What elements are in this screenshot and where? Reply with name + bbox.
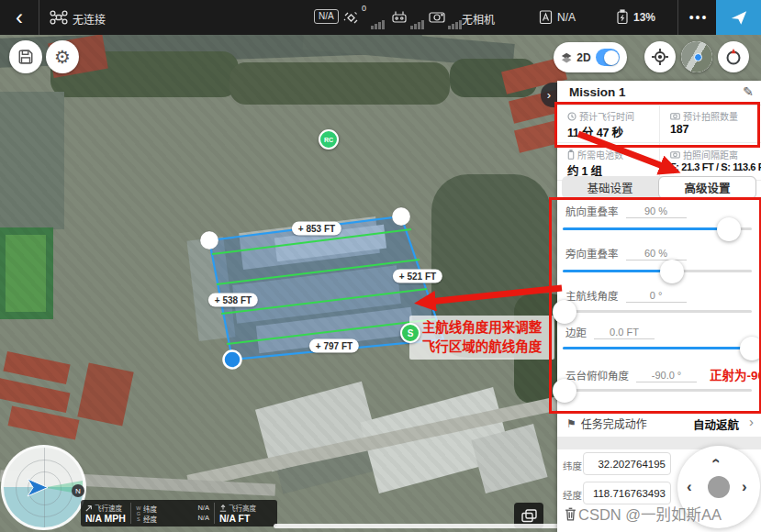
- camera-signal-bars: [448, 20, 462, 29]
- edge-distance-label-left: + 538 FT: [208, 294, 258, 307]
- route-angle-value[interactable]: 0 °: [626, 290, 687, 303]
- satellite-count: 0: [362, 4, 366, 13]
- chevron-right-icon: ›: [547, 88, 551, 102]
- takeoff-button[interactable]: [716, 0, 761, 35]
- gimbal-annotation-note: 正射为-90°: [710, 365, 761, 383]
- slider-handle[interactable]: [553, 300, 576, 324]
- side-overlap-value[interactable]: 60 %: [626, 248, 687, 260]
- satellite-icon: [343, 10, 359, 25]
- toggle-knob: [604, 50, 619, 65]
- course-overlap-slider[interactable]: [563, 227, 752, 230]
- longitude-input[interactable]: 118.716763493: [583, 482, 671, 504]
- satellite-signal-bars: [371, 20, 385, 29]
- edit-mission-icon[interactable]: ✎: [743, 84, 754, 99]
- nudge-left-button[interactable]: ‹: [687, 479, 692, 494]
- slider-row-route-angle: 主航线角度0 °: [557, 288, 761, 303]
- remote-controller-icon: [391, 10, 408, 23]
- margin-slider[interactable]: [563, 347, 752, 349]
- course-overlap-value[interactable]: 90 %: [626, 205, 687, 218]
- gps-readout: WGS 纬度N/A 经度N/A: [131, 500, 214, 526]
- tab-basic-settings[interactable]: 基础设置: [562, 176, 658, 199]
- finish-action-row[interactable]: ⚑任务完成动作 自动返航 ›: [557, 413, 761, 435]
- slider-handle[interactable]: [740, 337, 761, 360]
- edge-distance-label-top: + 853 FT: [292, 222, 341, 236]
- save-icon: [17, 49, 34, 65]
- 2d-toggle[interactable]: [596, 49, 620, 66]
- flight-mode-value: N/A: [557, 11, 576, 24]
- slider-row-side-overlap: 旁向重叠率60 %: [557, 246, 761, 260]
- connection-status: 无连接: [73, 11, 106, 27]
- edge-distance-label-bottom: + 797 FT: [309, 339, 359, 353]
- camera-status: 无相机: [462, 11, 495, 27]
- slider-handle[interactable]: [717, 217, 741, 241]
- panel-header: Mission 1 ✎: [557, 81, 761, 105]
- status-bar: ‹ 无连接 N/A 0 无相机 N/A 13%: [0, 0, 761, 35]
- speed-icon: [85, 504, 93, 512]
- polygon-corner-handle[interactable]: [392, 207, 410, 226]
- dji-mission-app: + 853 FT + 521 FT + 538 FT + 797 FT RC S…: [0, 0, 761, 532]
- side-overlap-slider[interactable]: [563, 270, 752, 272]
- map-mode-control[interactable]: 2D: [554, 42, 627, 72]
- speed-readout: 飞行速度 N/A MPH: [81, 500, 130, 526]
- settings-button[interactable]: ⚙: [46, 40, 79, 73]
- tab-advanced-settings[interactable]: 高级设置: [658, 176, 756, 199]
- gimbal-pitch-value[interactable]: -90.0 °: [636, 370, 697, 382]
- wgs-label: WGS: [136, 505, 141, 522]
- gimbal-pitch-slider[interactable]: [563, 389, 752, 392]
- polygon-corner-handle[interactable]: [200, 231, 218, 249]
- mission-settings-panel: › Mission 1 ✎ 预计飞行时间 11 分 47 秒 预计拍照数量 18…: [557, 81, 761, 532]
- altitude-icon: [219, 504, 227, 512]
- slider-handle[interactable]: [660, 260, 684, 283]
- polygon-corner-handle-selected[interactable]: [224, 351, 241, 369]
- back-button[interactable]: ‹: [6, 3, 33, 32]
- nudge-center-button[interactable]: [708, 476, 730, 498]
- stat-flight-time: 预计飞行时间 11 分 47 秒: [557, 105, 658, 142]
- home-indicator[interactable]: [274, 524, 576, 528]
- drone-icon: [50, 10, 68, 25]
- battery-icon: [567, 150, 575, 160]
- panel-collapse-tab[interactable]: ›: [541, 83, 557, 107]
- save-mission-button[interactable]: [9, 40, 42, 73]
- minimap-thumbnail: [681, 41, 712, 72]
- compass-reset-button[interactable]: [718, 41, 749, 72]
- nudge-right-button[interactable]: ›: [742, 479, 747, 494]
- altitude-readout: 飞行高度 N/A FT: [215, 500, 261, 526]
- margin-value[interactable]: 0.0 FT: [594, 327, 655, 339]
- chevron-right-icon: ›: [749, 414, 754, 429]
- annotation-note: 主航线角度用来调整 飞行区域的航线角度: [409, 316, 554, 360]
- camera-icon: [670, 112, 680, 120]
- route-angle-slider[interactable]: [563, 310, 752, 313]
- stat-photo-count: 预计拍照数量 187: [660, 105, 761, 142]
- layers-stack-icon: [521, 509, 537, 523]
- nudge-up-button[interactable]: ›: [707, 459, 722, 464]
- stat-photo-interval: 拍照间隔距离 F: 21.3 FT / S: 113.6 FT: [660, 143, 761, 181]
- csdn-watermark: CSDN @一别如斯AA: [565, 503, 722, 525]
- latitude-input[interactable]: 32.202764195: [583, 452, 671, 475]
- crosshair-icon: [651, 48, 669, 66]
- route-start-marker: S: [400, 323, 420, 343]
- more-options-button[interactable]: •••: [683, 0, 714, 35]
- layers-icon: [561, 51, 572, 64]
- mission-title: Mission 1: [569, 85, 626, 99]
- camera-link-icon: [429, 11, 445, 23]
- airplane-icon: [730, 8, 748, 27]
- slider-handle[interactable]: [553, 379, 576, 403]
- gear-icon: ⚙: [54, 48, 71, 66]
- minimap-toggle-button[interactable]: [681, 41, 712, 72]
- aircraft-battery-icon: [616, 9, 629, 25]
- north-badge: N: [72, 484, 84, 497]
- compass-icon: [724, 48, 743, 66]
- trash-icon: [565, 507, 576, 521]
- flag-icon: ⚑: [566, 417, 576, 430]
- stat-battery-count: 所需电池数 约 1 组: [557, 143, 658, 181]
- edge-distance-label-right: + 521 FT: [393, 270, 442, 283]
- battery-percent: 13%: [633, 11, 655, 24]
- locate-button[interactable]: [644, 41, 676, 72]
- slider-row-gimbal-pitch: 云台俯仰角度-90.0 °正射为-90°: [557, 365, 761, 382]
- slider-row-course-overlap: 航向重叠率90 %: [557, 204, 761, 218]
- gps-mode-badge: N/A: [314, 9, 339, 24]
- slider-row-margin: 边距0.0 FT: [557, 325, 761, 339]
- clock-icon: [567, 112, 576, 121]
- map-mode-label: 2D: [576, 51, 590, 64]
- rc-signal-bars: [410, 20, 424, 29]
